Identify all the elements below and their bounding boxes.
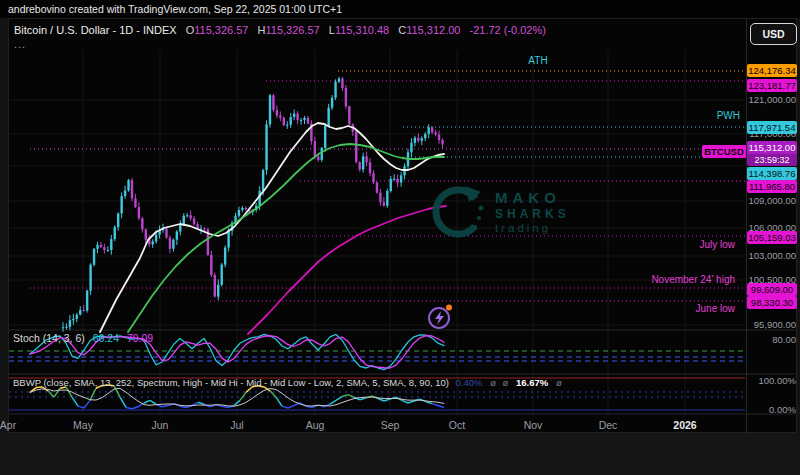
low-value: 115,310.48 — [335, 24, 389, 36]
scale-tick: 121,000.00 — [747, 94, 796, 105]
scale-tick: 0.00% — [747, 404, 796, 415]
scale-tick: 80.00 — [747, 334, 796, 345]
tradingview-window: andrebovino created with TradingView.com… — [0, 0, 800, 475]
stoch-title: Stoch (14, 3, 6) — [13, 332, 85, 344]
footer-bar: TradingView — [0, 433, 800, 475]
stoch-legend[interactable]: Stoch (14, 3, 6) 66.24 79.09 — [13, 332, 153, 344]
price-label: 124,176.34 — [747, 64, 797, 77]
countdown-timer: 23:59:32 — [747, 154, 797, 166]
time-axis-label[interactable]: 2026 — [663, 419, 707, 431]
watermark-line3: trading — [495, 222, 570, 234]
bbwp-value: 0.40% — [456, 377, 483, 388]
stoch-k-value: 66.24 — [93, 332, 119, 344]
open-label: O — [186, 24, 195, 36]
price-label: 105,159.03 — [747, 231, 797, 244]
watermark-line1: MAKO — [495, 189, 570, 206]
watermark-logo-icon — [429, 182, 487, 240]
bbwp-sep1: ø — [490, 377, 496, 388]
time-axis-label[interactable]: Sep — [368, 419, 412, 431]
stoch-d-value: 79.09 — [127, 332, 153, 344]
scale-tick: 103,000.00 — [747, 250, 796, 261]
price-label: 98,330.30 — [747, 296, 797, 309]
time-axis-label[interactable]: May — [61, 419, 105, 431]
price-label: 117,971.54 — [747, 121, 797, 134]
time-axis-label[interactable]: Oct — [435, 419, 479, 431]
high-value: 115,326.57 — [265, 24, 319, 36]
time-axis-label[interactable]: Nov — [511, 419, 555, 431]
bbwp-legend[interactable]: BBWP (close, SMA, 13, 252, Spectrum, Hig… — [13, 377, 562, 388]
bbwp-sep2: ø — [503, 377, 509, 388]
price-label: 99,609.00 — [747, 283, 797, 296]
bbwp-sep3: ø — [556, 377, 562, 388]
time-axis-label[interactable]: Aug — [293, 419, 337, 431]
open-value: 115,326.57 — [194, 24, 248, 36]
price-label: 123,181.77 — [747, 79, 797, 92]
scale-tick: 100.00% — [747, 375, 796, 386]
price-label: 115,312.0023:59:32 — [747, 141, 797, 166]
watermark: MAKO SHARKS trading — [429, 182, 570, 240]
close-label: C — [398, 24, 406, 36]
legend-more-button[interactable]: ... — [14, 38, 26, 50]
price-chart-canvas[interactable] — [0, 0, 800, 475]
symbol-title[interactable]: Bitcoin / U.S. Dollar - 1D - INDEX — [14, 24, 177, 36]
bbwp-alert-value: 16.67% — [516, 377, 548, 388]
change-value: -21.72 (-0.02%) — [470, 24, 546, 36]
time-axis-label[interactable]: Apr — [0, 419, 30, 431]
level-text-june-low: June low — [645, 303, 735, 314]
close-value: 115,312.00 — [406, 24, 460, 36]
time-axis-label[interactable]: Dec — [586, 419, 630, 431]
scale-tick: 95,900.00 — [747, 319, 796, 330]
level-text-pwh: PWH — [690, 110, 740, 121]
price-label: 114,398.76 — [747, 167, 797, 180]
bbwp-title: BBWP (close, SMA, 13, 252, Spectrum, Hig… — [13, 377, 449, 388]
symbol-price-tag: BTCUSD — [702, 145, 746, 158]
level-text-ath: ATH — [513, 55, 563, 66]
time-axis-label[interactable]: Jul — [215, 419, 259, 431]
watermark-line2: SHARKS — [495, 207, 570, 221]
symbol-legend[interactable]: Bitcoin / U.S. Dollar - 1D - INDEX O115,… — [14, 24, 546, 36]
price-label: 111,965.80 — [747, 180, 797, 193]
signal-bolt-icon[interactable] — [426, 303, 454, 331]
time-axis-label[interactable]: Jun — [138, 419, 182, 431]
level-text-july-low: July low — [645, 239, 735, 250]
scale-tick: 109,000.00 — [747, 195, 796, 206]
level-text-november-24-high: November 24' high — [595, 274, 735, 285]
